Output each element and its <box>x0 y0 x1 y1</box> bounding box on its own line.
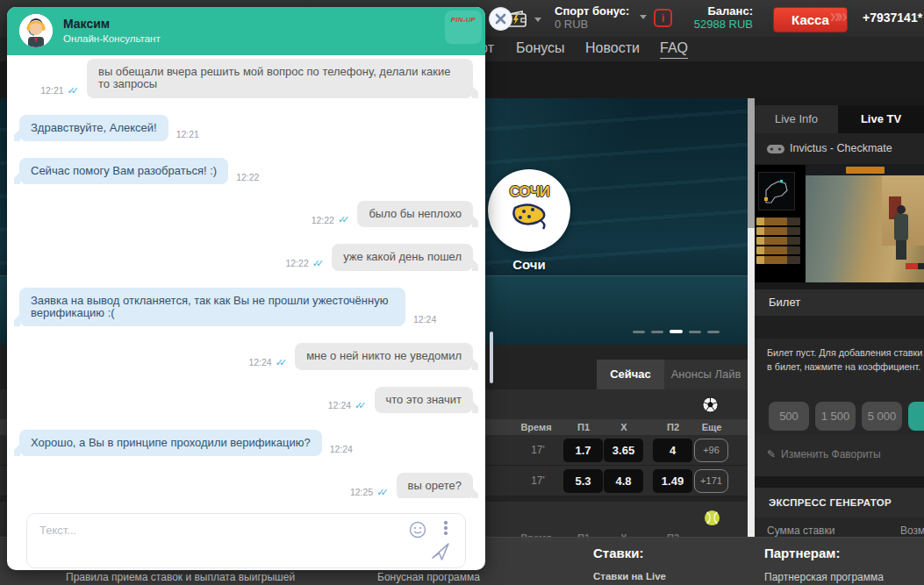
ticket-body: Билет пуст. Для добавления ставки в биле… <box>755 339 924 435</box>
chat-message-agent: Здравствуйте, Алексей! 12:21 <box>19 115 473 141</box>
chat-message-user: 12:22 уже какой день пошел <box>19 244 473 270</box>
message-meta: 12:21 <box>40 85 79 96</box>
sidebar-divider <box>755 98 924 105</box>
odd-p1[interactable]: 5.3 <box>563 469 603 493</box>
message-bubble: Здравствуйте, Алексей! <box>19 115 168 141</box>
pencil-icon <box>767 448 776 460</box>
stake-amount-button[interactable]: 5 000 <box>862 402 902 431</box>
message-time: 12:25 <box>350 487 373 497</box>
chat-message-user: 12:21 вы обещали вчера решить мой вопрос… <box>19 59 473 98</box>
message-meta: 12:22 <box>285 258 324 269</box>
sport-bonus[interactable]: Спорт бонус: 0 RUB <box>555 4 629 31</box>
odd-p2[interactable]: 1.49 <box>653 469 692 493</box>
balance-label: Баланс: <box>665 4 753 18</box>
message-bubble: мне о ней никто не уведомил <box>295 343 473 369</box>
footer-bets-title: Ставки: <box>593 546 643 560</box>
nav-item-bonuses[interactable]: Бонусы <box>516 40 565 56</box>
carousel-dot[interactable] <box>707 331 720 333</box>
team-logo: СОЧИ <box>488 169 570 252</box>
chat-messages[interactable]: 12:21 вы обещали вчера решить мой вопрос… <box>7 55 485 498</box>
col-more: Еще <box>695 419 728 435</box>
avatar <box>19 14 53 47</box>
content-scrollbar-thumb[interactable] <box>748 98 755 228</box>
more-odds-button[interactable]: +96 <box>694 439 728 462</box>
content-scrollbar[interactable] <box>748 98 755 537</box>
carousel-dot-active[interactable] <box>670 330 683 333</box>
carousel-dot[interactable] <box>689 331 701 333</box>
message-time: 12:22 <box>285 258 308 268</box>
close-icon <box>490 8 512 30</box>
message-bubble: вы орете? <box>397 473 473 498</box>
more-odds-button[interactable]: +171 <box>694 469 728 493</box>
read-receipt-icon <box>338 214 349 225</box>
live-tv-player[interactable] <box>755 165 924 282</box>
match-time: 17' <box>525 444 551 456</box>
carousel-dot[interactable] <box>633 331 645 333</box>
footer-live-bets-link[interactable]: Ставки на Live <box>593 571 666 581</box>
chat-input-container <box>26 513 466 568</box>
chat-message-user: 12:24 что это значит <box>19 387 473 413</box>
stake-sum-label: Сумма ставки <box>767 524 834 537</box>
footer-bonus-link[interactable]: Бонусная программа <box>377 571 480 583</box>
stream-title-row[interactable]: Invictus - Checkmate <box>755 133 924 165</box>
odd-x[interactable]: 3.65 <box>604 439 643 462</box>
chat-message-agent: Хорошо, а Вы в принципе проходили верифи… <box>19 430 473 456</box>
nav-item-news[interactable]: Новости <box>585 40 640 56</box>
tennis-ball-icon <box>704 510 720 526</box>
more-options-icon[interactable] <box>442 521 449 537</box>
chat-message-user: 12:25 вы орете? <box>19 473 473 498</box>
message-bubble: уже какой день пошел <box>332 244 473 270</box>
cashier-button[interactable]: Касса <box>773 7 848 32</box>
message-time: 12:24 <box>248 357 271 367</box>
read-receipt-icon <box>68 85 79 96</box>
express-generator-header: ЭКСПРЕСС ГЕНЕРАТОР <box>755 488 924 517</box>
message-bubble: вы обещали вчера решить мой вопрос по те… <box>87 59 473 98</box>
ticket-header: Билет <box>755 289 924 316</box>
message-meta: 12:22 <box>312 214 350 225</box>
game-stream-frame <box>806 165 924 282</box>
stake-amount-button[interactable]: 1 500 <box>815 402 856 431</box>
message-meta: 12:24 <box>248 357 287 368</box>
message-meta: 12:24 <box>328 400 367 411</box>
message-time: 12:24 <box>413 314 436 325</box>
possible-payout-label: Возм <box>900 524 924 537</box>
message-time: 12:22 <box>236 172 259 182</box>
favorites-block: Изменить Фавориты <box>755 435 924 476</box>
odd-p2[interactable]: 4 <box>653 439 692 462</box>
footer-partners-title: Партнерам: <box>764 546 840 560</box>
message-time: 12:21 <box>176 129 199 139</box>
stake-amount-button[interactable]: 500 <box>769 402 809 431</box>
odd-p1[interactable]: 1.7 <box>563 439 603 462</box>
odd-x[interactable]: 4.8 <box>604 469 643 493</box>
sidebar-divider <box>755 282 924 289</box>
stake-amount-accent-button[interactable] <box>908 402 924 431</box>
chat-scrollbar-thumb[interactable] <box>490 332 493 383</box>
phone-number[interactable]: +7937141* <box>863 11 922 25</box>
tab-live-info[interactable]: Live Info <box>755 105 838 133</box>
tab-now[interactable]: Сейчас <box>597 360 664 389</box>
emoji-icon[interactable] <box>409 521 426 539</box>
sidebar-divider <box>755 476 924 488</box>
stake-row: Сумма ставки Возм <box>755 517 924 537</box>
message-time: 12:21 <box>40 85 63 96</box>
nav-item-faq[interactable]: FAQ <box>660 40 688 59</box>
stream-health-bar <box>906 263 924 269</box>
chat-text-input[interactable] <box>38 520 371 539</box>
sport-bonus-caret-icon[interactable] <box>640 15 647 19</box>
stream-hud-top <box>806 165 924 175</box>
agent-role: Онлайн-Консультант <box>63 33 161 44</box>
chat-message-user: 12:24 мне о ней никто не уведомил <box>19 343 473 369</box>
tab-live-tv[interactable]: Live TV <box>838 105 924 133</box>
carousel-dot[interactable] <box>651 331 663 333</box>
chat-message-agent: Заявка на вывод откланяется, так как Вы … <box>19 288 473 327</box>
footer-partner-program-link[interactable]: Партнерская программа <box>764 571 884 583</box>
edit-favorites-button[interactable]: Изменить Фавориты <box>767 448 881 460</box>
send-icon[interactable] <box>430 541 451 562</box>
tab-live-announcements[interactable]: Анонсы Лайв <box>664 360 748 389</box>
message-bubble: было бы неплохо <box>357 201 473 227</box>
team-name: Сочи <box>488 257 570 272</box>
chat-close-button[interactable] <box>489 7 512 31</box>
soccer-ball-icon <box>702 396 719 413</box>
message-bubble: Хорошо, а Вы в принципе проходили верифи… <box>19 430 322 456</box>
footer-rules-link[interactable]: Правила приема ставок и выплата выигрыше… <box>66 571 295 583</box>
